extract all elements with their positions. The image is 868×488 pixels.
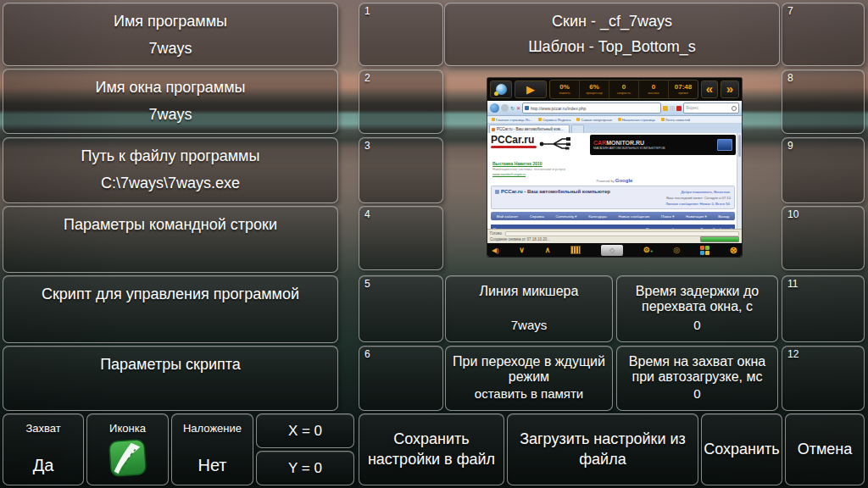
save-settings-to-file-button[interactable]: Сохранить настройки в файл: [359, 413, 504, 485]
target-icon: ◎: [673, 247, 680, 254]
slot-10[interactable]: 10: [782, 206, 865, 270]
stat-cpu: 6%процессор: [579, 80, 609, 98]
favorites-icon: [663, 106, 668, 111]
magnifier-icon: [732, 106, 737, 111]
pccar-logo: PCCar.ru: [491, 135, 537, 148]
forum-icon: [495, 190, 499, 194]
skin-template-button[interactable]: Скин - _cf_7ways Шаблон - Top_Bottom_s: [444, 3, 780, 66]
stats-panel: 0%память 6%процессор 0скорость 0высота 0…: [549, 80, 698, 99]
autoload-capture-time-button[interactable]: Время на захват окна при автозагрузке, м…: [616, 346, 778, 411]
settings-gears-icon: ⚙+: [643, 247, 654, 254]
capture-toggle-button[interactable]: Захват Да: [3, 413, 84, 485]
usb-connector-icon: [538, 135, 572, 150]
x-offset-value: X = 0: [288, 423, 322, 440]
feeds-icon: [670, 106, 675, 111]
preview-frontend-toolbar: ▶ 0%память 6%процессор 0скорость 0высота…: [487, 78, 742, 101]
bookmark-icon: [492, 118, 495, 121]
stat-memory: 0%память: [550, 80, 579, 98]
slot-8[interactable]: 8: [782, 69, 865, 134]
webpage-content: PCCar.ru CARMONITOR.RU МАГАЗИН АВТОМОБИЛ…: [487, 133, 742, 229]
address-bar: http://www.pccar.ru/index.php: [522, 103, 661, 114]
snapshot-progress-text: Создание снимка от 07.18.10.20...: [490, 237, 550, 241]
capture-delay-value: 0: [693, 318, 700, 332]
window-capture-preview[interactable]: ▶ 0%память 6%процессор 0скорость 0высота…: [487, 78, 742, 257]
slot-2[interactable]: 2: [359, 69, 443, 134]
field-control-script[interactable]: Скрипт для управления программой: [3, 275, 338, 343]
capture-value: Да: [33, 456, 54, 485]
autoload-label: Время на захват окна при автозагрузке, м…: [620, 354, 774, 385]
cancel-button[interactable]: Отмена: [785, 413, 865, 485]
load-settings-from-file-button[interactable]: Загрузить настройки из файла: [507, 413, 698, 485]
bookmark-item: Сервисы Яндекса: [538, 118, 570, 122]
slot-12[interactable]: 12: [782, 346, 865, 411]
bookmark-icon: [618, 118, 621, 121]
browser-toolbar: ↻ ✕ http://www.pccar.ru/index.php Яндекс: [487, 101, 742, 116]
slot-11[interactable]: 11: [782, 275, 865, 342]
chevron-down-icon: ∨: [519, 247, 525, 254]
browser-search-box: Яндекс: [683, 103, 739, 114]
field-script-params[interactable]: Параметры скрипта: [3, 346, 338, 411]
forward-icon: [501, 104, 509, 112]
field-value: 7ways: [148, 40, 192, 58]
carmonitor-banner: CARMONITOR.RU МАГАЗИН АВТОМОБИЛЬНЫХ КОМП…: [590, 135, 736, 155]
standby-label: При переходе в ждущий режим: [449, 354, 609, 385]
new-tab-stub: [571, 125, 584, 133]
y-offset-button[interactable]: Y = 0: [256, 451, 354, 485]
windows-logo-icon: [700, 246, 709, 255]
globe-icon: [496, 84, 507, 95]
overlay-value: Нет: [198, 456, 226, 485]
field-value: C:\7ways\7ways.exe: [101, 175, 240, 192]
back-icon: [490, 103, 499, 113]
bookmark-item: Лента новостей: [661, 118, 690, 122]
icon-label: Иконка: [109, 422, 146, 435]
preview-bottom-toolbar: ◀) ∨ ∧ ◇ ⚙+ ◎ ⊗: [487, 243, 742, 257]
field-label: Параметры командной строки: [64, 216, 277, 234]
7ways-road-icon: [108, 438, 147, 477]
capture-delay-label: Время задержки до перехвата окна, с: [620, 284, 774, 315]
field-label: Имя программы: [114, 13, 227, 30]
bookmark-icon: [576, 118, 580, 121]
news-links: Выставка Навитех 2010 Навигационные сист…: [492, 160, 565, 178]
stat-speed: 0скорость: [609, 80, 638, 98]
field-label: Имя окна программы: [96, 79, 246, 97]
volume-icon: ◀): [492, 247, 499, 254]
standby-mode-button[interactable]: При переходе в ждущий режим оставить в п…: [445, 346, 613, 411]
slot-7[interactable]: 7: [782, 3, 865, 66]
slot-4[interactable]: 4: [359, 206, 443, 270]
mixer-line-button[interactable]: Линия микшера 7ways: [445, 275, 613, 342]
logo-swoosh: [491, 146, 537, 148]
play-button: ▶: [515, 80, 547, 98]
capture-delay-button[interactable]: Время задержки до перехвата окна, с 0: [616, 275, 778, 342]
field-cmdline-params[interactable]: Параметры командной строки: [3, 206, 338, 273]
status-groove: [505, 231, 739, 236]
security-icon: [676, 106, 682, 111]
skin-name: Скин - _cf_7ways: [552, 13, 672, 30]
overlay-label: Наложение: [183, 422, 242, 435]
mixer-label: Линия микшера: [480, 284, 579, 299]
field-file-path[interactable]: Путь к файлу программы C:\7ways\7ways.ex…: [3, 137, 338, 203]
icon-picker-button[interactable]: Иконка: [86, 413, 169, 485]
field-window-name[interactable]: Имя окна программы 7ways: [3, 69, 338, 134]
browser-tab-bar: PCCar.ru - Ваш автомобильный ком...: [487, 124, 742, 133]
autoload-value: 0: [693, 386, 700, 401]
page-scrollbar: [737, 133, 742, 229]
slot-9[interactable]: 9: [782, 137, 865, 203]
field-value: 7ways: [148, 106, 192, 124]
slot-1[interactable]: 1: [359, 3, 443, 66]
field-program-name[interactable]: Имя программы 7ways: [3, 3, 338, 66]
slot-3[interactable]: 3: [359, 137, 443, 203]
slot-6[interactable]: 6: [359, 346, 443, 411]
overlay-toggle-button[interactable]: Наложение Нет: [171, 413, 253, 485]
x-offset-button[interactable]: X = 0: [256, 413, 354, 448]
field-label: Скрипт для управления программой: [42, 286, 299, 303]
scrollbar-thumb: [738, 135, 741, 157]
tab-favicon: [492, 128, 495, 131]
capture-label: Захват: [25, 422, 60, 435]
bookmark-icon: [661, 118, 665, 121]
keyboard-grid-icon: [570, 246, 581, 254]
stat-time: 07:48время: [668, 80, 698, 98]
slot-5[interactable]: 5: [359, 275, 443, 342]
save-button[interactable]: Сохранить: [701, 413, 782, 485]
bookmark-item: Самые популярные: [576, 118, 612, 122]
google-search-strip: Powered by Google: [487, 178, 742, 183]
